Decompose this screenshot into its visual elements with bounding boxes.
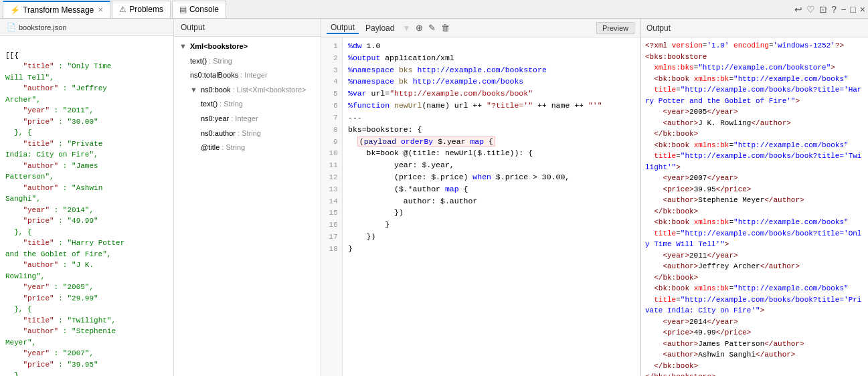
tree-content: ▼ Xml<bookstore> text() : String ns0:tot… (174, 37, 321, 376)
left-panel: 📄 bookstore.json [[{ "title" : "Only Tim… (0, 19, 174, 376)
tree-root[interactable]: ▼ Xml<bookstore> (179, 39, 315, 54)
tab-transform-close[interactable]: ✕ (98, 6, 103, 13)
file-icon: 📄 (7, 23, 16, 31)
middle-panel: Output ▼ Xml<bookstore> text() : String … (174, 19, 321, 376)
middle-header: Output (174, 19, 321, 37)
toolbar-add-icon[interactable]: ⊕ (416, 23, 423, 33)
minimize-icon[interactable]: − (841, 4, 846, 15)
problems-icon: ⚠ (119, 5, 126, 14)
tab-problems[interactable]: ⚠ Problems (112, 1, 171, 18)
back-icon[interactable]: ↩ (794, 4, 802, 15)
editor-toolbar: Output Payload ▼ ⊕ ✎ 🗑 Preview (321, 19, 640, 37)
filename-label: bookstore.json (19, 23, 67, 31)
title-bar: ⚡ Transform Message ✕ ⚠ Problems ▤ Conso… (0, 0, 868, 19)
tab-transform-label: Transform Message (23, 5, 94, 15)
tree-book-arrow: ▼ (190, 86, 197, 94)
tab-console[interactable]: ▤ Console (172, 1, 226, 18)
toolbar-right: Preview (596, 22, 634, 34)
tree-item-book-text: text() : String (201, 97, 315, 112)
close-icon[interactable]: × (860, 4, 865, 15)
code-editor[interactable]: 123456789101112131415161718 %dw 1.0 %out… (321, 37, 640, 376)
save-icon[interactable]: ⊡ (819, 4, 827, 15)
tree-item-totalbooks: ns0:totalBooks : Integer (190, 68, 315, 83)
tree-root-arrow: ▼ (179, 42, 187, 50)
heart-icon[interactable]: ♡ (806, 4, 815, 15)
output-panel: Output <?xml version='1.0' encoding='win… (640, 19, 868, 376)
tree-item-text: text() : String (190, 54, 315, 69)
code-content[interactable]: %dw 1.0 %output application/xml %namespa… (343, 37, 640, 376)
maximize-icon[interactable]: □ (850, 4, 855, 15)
transform-icon: ⚡ (10, 5, 20, 15)
toolbar-output-tab[interactable]: Output (327, 22, 359, 34)
preview-button[interactable]: Preview (596, 22, 634, 34)
output-panel-label: Output (646, 23, 671, 33)
tree-item-title-attr: @title : String (201, 140, 315, 155)
json-content[interactable]: [[{ "title" : "Only Time Will Tell", "au… (0, 36, 173, 376)
tree-item-year: ns0:year : Integer (201, 112, 315, 126)
tab-console-label: Console (189, 5, 219, 14)
tab-problems-label: Problems (129, 5, 163, 14)
window-controls: ↩ ♡ ⊡ ? − □ × (794, 4, 865, 15)
tree-sub-1: text() : String ns0:totalBooks : Integer… (190, 54, 315, 155)
editor-panel: Output Payload ▼ ⊕ ✎ 🗑 Preview 123456789… (321, 19, 640, 376)
help-icon[interactable]: ? (831, 4, 837, 15)
console-icon: ▤ (179, 5, 187, 14)
tab-transform[interactable]: ⚡ Transform Message ✕ (3, 1, 110, 18)
tree-sub-2: text() : String ns0:year : Integer ns0:a… (201, 97, 315, 155)
tree-root-label: Xml<bookstore> (190, 42, 248, 50)
left-panel-header: 📄 bookstore.json (0, 19, 173, 36)
tree-item-book[interactable]: ▼ ns0:book : List<Xml<bookstore> (190, 83, 315, 98)
tree-item-author: ns0:author : String (201, 126, 315, 141)
toolbar-payload-tab[interactable]: Payload (361, 23, 398, 33)
xml-output[interactable]: <?xml version='1.0' encoding='windows-12… (641, 37, 868, 376)
output-toolbar: Output (641, 19, 868, 37)
line-numbers: 123456789101112131415161718 (321, 37, 343, 376)
toolbar-delete-icon[interactable]: 🗑 (441, 23, 450, 33)
main-container: 📄 bookstore.json [[{ "title" : "Only Tim… (0, 19, 868, 376)
toolbar-edit-icon[interactable]: ✎ (428, 23, 436, 33)
output-label: Output (181, 23, 205, 32)
